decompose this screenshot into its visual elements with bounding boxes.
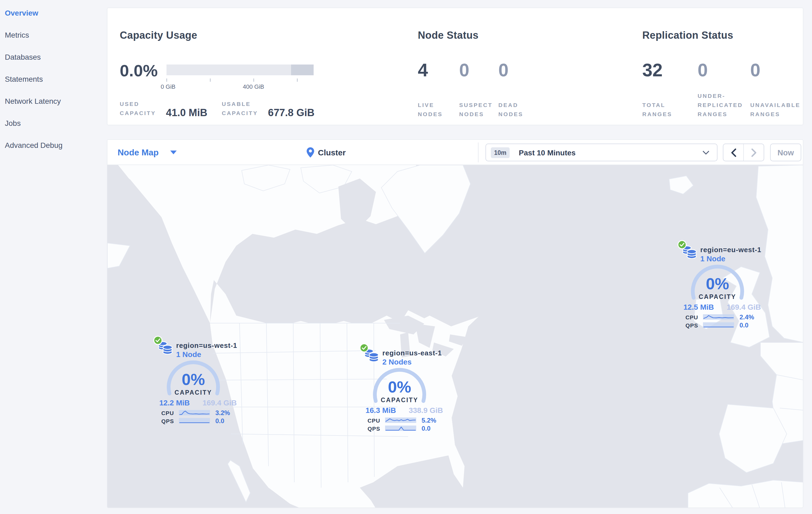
capacity-tick [210, 79, 210, 82]
capacity-used-value: 12.2 MiB [155, 398, 195, 407]
cpu-label: CPU [353, 417, 380, 424]
qps-row: QPS 0.0 [664, 322, 771, 328]
now-button[interactable]: Now [770, 143, 801, 161]
toolbar-divider [478, 142, 478, 162]
qps-value: 0.0 [740, 322, 748, 329]
region-label: region=eu-west-1 [700, 246, 761, 254]
cpu-row: CPU 2.4% [664, 314, 771, 320]
sidebar-item-overview[interactable]: Overview [0, 2, 107, 24]
cpu-value: 3.2% [215, 409, 230, 417]
capacity-total-value: 338.9 GiB [405, 406, 446, 414]
caret-down-icon [171, 151, 177, 154]
sidebar-item-statements[interactable]: Statements [0, 68, 107, 90]
region-label: region=us-west-1 [176, 342, 237, 350]
live-nodes-count: 4 [418, 60, 428, 81]
cpu-label: CPU [147, 410, 174, 416]
cpu-sparkline [385, 417, 416, 423]
capacity-usage-title: Capacity Usage [120, 30, 197, 42]
region-label: region=us-east-1 [382, 349, 442, 357]
qps-sparkline [703, 322, 734, 328]
live-nodes-label: LIVE NODES [418, 101, 445, 119]
location-pin-icon [307, 147, 314, 158]
usable-capacity: USABLE CAPACITY 677.8 GiB [222, 100, 314, 118]
region-node-count[interactable]: 1 Node [700, 254, 725, 263]
capacity-percent: 0.0% [120, 61, 157, 81]
region-marker-eu-west-1[interactable]: region=eu-west-1 1 Node 0% CAPACITY 12.5… [664, 238, 771, 332]
cpu-sparkline [703, 314, 734, 320]
cluster-summary-card: Capacity Usage 0.0% 0 GiB 400 GiB USED C… [107, 7, 804, 125]
qps-row: QPS 0.0 [346, 425, 453, 432]
sidebar-item-advanced-debug[interactable]: Advanced Debug [0, 134, 107, 157]
capacity-total-value: 169.4 GiB [723, 303, 764, 311]
time-step-buttons [723, 143, 764, 161]
region-node-count[interactable]: 2 Nodes [382, 357, 412, 366]
region-node-count[interactable]: 1 Node [176, 350, 201, 359]
time-range-badge: 10m [491, 147, 510, 158]
unavailable-ranges-label: UNAVAILABLE RANGES [750, 101, 800, 119]
map-toolbar: Node Map Cluster 10m Past 10 Minutes [108, 140, 804, 165]
gauge-capacity-label: CAPACITY [140, 389, 247, 396]
cpu-row: CPU 3.2% [140, 409, 247, 416]
time-range-dropdown[interactable]: 10m Past 10 Minutes [486, 143, 718, 161]
replication-status-title: Replication Status [642, 30, 733, 42]
cpu-value: 5.2% [422, 417, 436, 424]
capacity-tick-label-400: 400 GiB [243, 83, 264, 90]
capacity-used-value: 16.3 MiB [361, 406, 401, 414]
gauge-percent: 0% [140, 371, 247, 389]
capacity-used-value: 12.5 MiB [679, 303, 719, 311]
used-capacity-label: USED CAPACITY [120, 100, 158, 118]
qps-sparkline [385, 425, 416, 431]
cpu-label: CPU [671, 314, 698, 320]
gauge-percent: 0% [664, 275, 771, 293]
live-check-icon [359, 343, 369, 353]
gauge-capacity-label: CAPACITY [346, 397, 453, 403]
breadcrumb[interactable]: Cluster [307, 140, 346, 165]
capacity-bar [167, 64, 314, 75]
capacity-bar-reserved-segment [291, 64, 314, 75]
total-ranges-count: 32 [642, 60, 663, 81]
qps-label: QPS [353, 425, 380, 432]
qps-label: QPS [147, 418, 174, 424]
chevron-left-icon [731, 148, 736, 157]
dead-nodes-count: 0 [498, 60, 509, 81]
under-replicated-ranges-label: UNDER-REPLICATED RANGES [698, 91, 744, 119]
view-selector-dropdown[interactable]: Node Map [118, 140, 177, 165]
gauge-percent: 0% [346, 378, 453, 396]
cpu-row: CPU 5.2% [346, 417, 453, 424]
live-check-icon [677, 240, 687, 249]
suspect-nodes-label: SUSPECT NODES [459, 101, 495, 119]
page: Overview Metrics Databases Statements Ne… [0, 0, 812, 514]
sidebar-item-databases[interactable]: Databases [0, 46, 107, 68]
unavailable-ranges-count: 0 [750, 60, 760, 81]
capacity-tick [167, 79, 167, 82]
capacity-tick-label-0: 0 GiB [161, 83, 175, 90]
node-status-title: Node Status [418, 30, 478, 42]
sidebar-item-jobs[interactable]: Jobs [0, 112, 107, 134]
view-selector-label: Node Map [118, 147, 159, 157]
cpu-value: 2.4% [740, 314, 754, 321]
dead-nodes-label: DEAD NODES [498, 101, 528, 119]
gauge-capacity-label: CAPACITY [664, 294, 771, 300]
cpu-sparkline [179, 410, 210, 415]
sidebar: Overview Metrics Databases Statements Ne… [0, 0, 107, 514]
used-capacity-value: 41.0 MiB [166, 107, 207, 119]
qps-row: QPS 0.0 [140, 417, 247, 424]
time-back-button[interactable] [723, 144, 743, 161]
qps-sparkline [179, 418, 210, 424]
suspect-nodes-count: 0 [459, 60, 469, 81]
chevron-down-icon [702, 150, 709, 155]
capacity-tick [297, 79, 297, 82]
usable-capacity-label: USABLE CAPACITY [222, 100, 260, 118]
sidebar-item-metrics[interactable]: Metrics [0, 24, 107, 46]
chevron-right-icon [751, 148, 756, 157]
time-forward-button[interactable] [743, 144, 764, 161]
under-replicated-ranges-count: 0 [698, 60, 708, 81]
time-range-label: Past 10 Minutes [519, 148, 576, 157]
used-capacity: USED CAPACITY 41.0 MiB [120, 100, 207, 118]
sidebar-item-network-latency[interactable]: Network Latency [0, 90, 107, 112]
qps-label: QPS [671, 322, 698, 328]
region-marker-us-east-1[interactable]: region=us-east-1 2 Nodes 0% CAPACITY 16.… [346, 341, 453, 435]
region-marker-us-west-1[interactable]: region=us-west-1 1 Node 0% CAPACITY 12.2… [140, 333, 247, 428]
total-ranges-label: TOTAL RANGES [642, 101, 672, 119]
breadcrumb-label: Cluster [318, 148, 346, 157]
